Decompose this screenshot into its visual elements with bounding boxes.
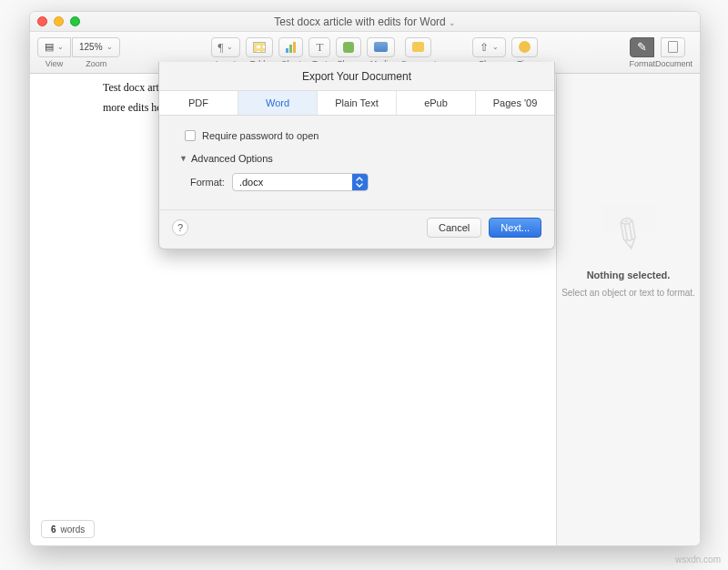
disclosure-triangle-icon: ▼ [179, 154, 187, 163]
sidebar-title: Nothing selected. [587, 270, 671, 280]
titlebar: Test docx article with edits for Word⌄ [30, 12, 700, 32]
next-button[interactable]: Next... [489, 218, 541, 238]
zoom-button[interactable]: 125%⌄ [72, 37, 120, 57]
format-label: Format: [190, 177, 225, 188]
export-tabs: PDF Word Plain Text ePub Pages '09 [159, 90, 554, 116]
chevron-down-icon: ⌄ [106, 43, 113, 51]
comment-icon [412, 42, 424, 52]
next-label: Next... [500, 222, 530, 233]
brush-icon: ✎ [637, 40, 647, 54]
advanced-options-label: Advanced Options [191, 153, 273, 164]
document-icon [668, 41, 678, 53]
zoom-value: 125% [79, 42, 103, 52]
chart-button[interactable] [278, 37, 303, 57]
help-button[interactable]: ? [172, 219, 188, 236]
select-stepper-icon [352, 174, 368, 190]
dialog-title: Export Your Document [159, 62, 554, 90]
advanced-options-toggle[interactable]: ▼ Advanced Options [179, 150, 534, 173]
help-icon: ? [177, 222, 183, 233]
export-dialog: Export Your Document PDF Word Plain Text… [158, 62, 555, 249]
chart-icon [286, 42, 296, 53]
inspector-sidebar: ✎ Nothing selected. Select an object or … [556, 74, 700, 545]
format-label: Format [629, 59, 655, 68]
window-title: Test docx article with edits for Word⌄ [30, 15, 700, 28]
tab-word[interactable]: Word [238, 91, 318, 115]
shape-icon [343, 42, 354, 53]
chevron-down-icon: ⌄ [227, 43, 233, 51]
shape-button[interactable] [336, 37, 361, 57]
format-button[interactable]: ✎ [630, 37, 654, 57]
brush-large-icon: ✎ [602, 205, 656, 262]
zoom-group: 125%⌄ Zoom [73, 37, 120, 68]
view-group: ▤⌄ View [37, 37, 71, 68]
share-icon: ⇧ [480, 41, 489, 54]
paragraph-icon: ¶ [218, 40, 224, 55]
format-select[interactable]: .docx [232, 173, 369, 191]
table-button[interactable] [246, 37, 273, 57]
panel-icon: ▤ [45, 41, 54, 53]
tab-epub[interactable]: ePub [397, 91, 476, 115]
sidebar-subtitle: Select an object or text to format. [561, 288, 695, 298]
word-count-number: 6 [51, 524, 56, 534]
zoom-label: Zoom [86, 59, 106, 68]
cancel-label: Cancel [439, 222, 470, 233]
view-button[interactable]: ▤⌄ [37, 37, 71, 57]
text-icon: T [316, 40, 323, 55]
word-count[interactable]: 6 words [41, 520, 95, 538]
tab-plain-text[interactable]: Plain Text [318, 91, 397, 115]
share-button[interactable]: ⇧⌄ [472, 37, 506, 57]
media-icon [374, 42, 388, 52]
tips-icon [519, 41, 531, 53]
table-icon [253, 42, 266, 53]
view-label: View [46, 59, 63, 68]
word-count-unit: words [61, 524, 86, 534]
insert-button[interactable]: ¶⌄ [211, 37, 241, 57]
chevron-down-icon: ⌄ [57, 43, 64, 51]
format-value: .docx [233, 177, 352, 188]
require-password-label: Require password to open [202, 130, 318, 141]
tab-pages09[interactable]: Pages '09 [476, 91, 554, 115]
require-password-checkbox[interactable] [185, 130, 196, 141]
chevron-down-icon: ⌄ [492, 43, 499, 51]
tab-pdf[interactable]: PDF [159, 91, 238, 115]
media-button[interactable] [367, 37, 395, 57]
comment-button[interactable] [405, 37, 431, 57]
watermark: wsxdn.com [675, 555, 721, 565]
text-button[interactable]: T [308, 37, 330, 57]
document-button[interactable] [661, 37, 685, 57]
title-chevron-icon[interactable]: ⌄ [449, 18, 456, 27]
document-label: Document [655, 59, 693, 68]
cancel-button[interactable]: Cancel [427, 218, 481, 238]
tips-button[interactable] [511, 37, 538, 57]
